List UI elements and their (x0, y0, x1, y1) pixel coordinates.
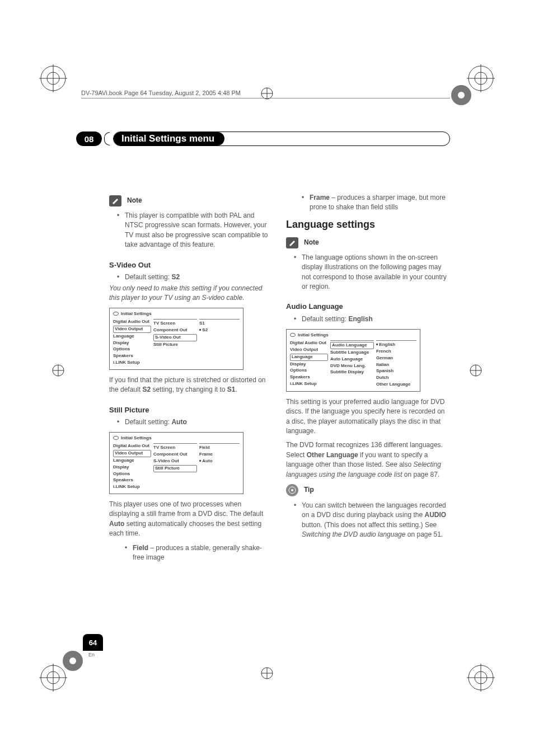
menu-screenshot-still: Initial SettingsDigital Audio OutVideo O… (109, 432, 243, 494)
note-label: Note (127, 196, 142, 205)
note-icon (286, 237, 298, 248)
left-column: Note •This player is compatible with bot… (109, 193, 271, 564)
svideo-heading: S-Video Out (109, 260, 271, 271)
edge-mark-right (469, 364, 483, 379)
header-text: DV-79AVi.book Page 64 Tuesday, August 2,… (81, 90, 241, 96)
chapter-bar: 08 Initial Settings menu (49, 131, 450, 147)
tip-icon (286, 484, 298, 496)
default-label: Default setting: (125, 273, 171, 281)
default-value: S2 (171, 273, 180, 281)
page-number: 64 (83, 634, 103, 651)
edge-mark-left (51, 364, 65, 379)
menu-screenshot-svideo: Initial SettingsDigital Audio OutVideo O… (109, 308, 243, 370)
audio-p1: This setting is your preferred audio lan… (286, 397, 448, 436)
chapter-number: 08 (76, 132, 102, 146)
note-label: Note (304, 238, 319, 247)
audio-lang-heading: Audio Language (286, 302, 448, 312)
print-mark-tl (39, 64, 67, 92)
rosette-icon (62, 650, 84, 672)
right-column: •Frame – produces a sharper image, but m… (286, 193, 448, 564)
lang-note: The language options shown in the on-scr… (302, 253, 448, 292)
note-icon (109, 195, 121, 206)
rosette-icon (450, 84, 472, 106)
language-settings-heading: Language settings (286, 217, 448, 232)
menu-screenshot-audio: Initial SettingsDigital Audio OutVideo O… (286, 329, 420, 392)
svg-point-17 (458, 92, 465, 98)
svideo-note: You only need to make this setting if yo… (109, 284, 271, 303)
tip-label: Tip (304, 485, 314, 495)
print-mark-br (467, 664, 495, 692)
note-text: This player is compatible with both PAL … (125, 211, 271, 250)
still-heading: Still Picture (109, 405, 271, 416)
svg-point-33 (291, 489, 293, 491)
page-header: DV-79AVi.book Page 64 Tuesday, August 2,… (81, 90, 450, 98)
edge-mark-bottom (260, 666, 274, 682)
page-language: En (88, 652, 95, 658)
svg-point-19 (69, 658, 76, 664)
chapter-title: Initial Settings menu (114, 132, 224, 145)
